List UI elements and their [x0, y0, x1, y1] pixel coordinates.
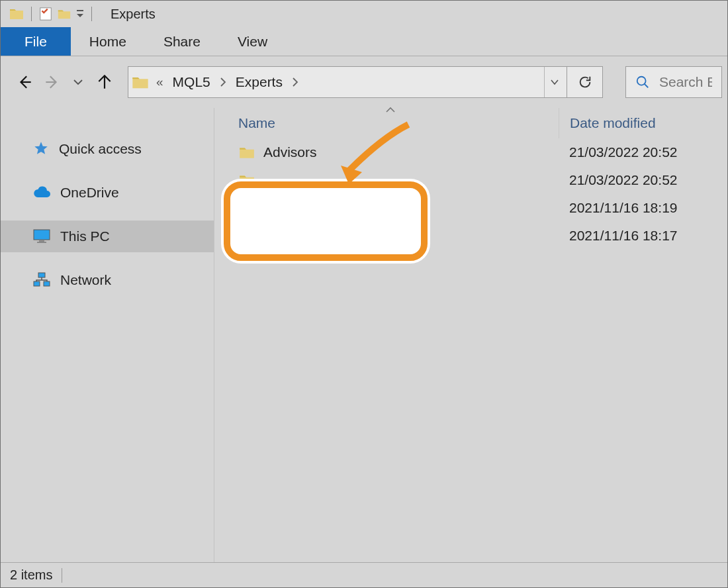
navigation-bar: « MQL5 Experts — [1, 56, 727, 108]
svg-rect-3 — [34, 230, 50, 240]
svg-rect-7 — [34, 281, 40, 286]
folder-icon — [131, 73, 151, 91]
svg-rect-6 — [38, 273, 45, 277]
file-name: MetaQuotes.mp5 — [263, 228, 370, 244]
nav-quick-access[interactable]: Quick access — [1, 133, 214, 165]
properties-icon[interactable] — [38, 7, 53, 21]
ribbon: File Home Share View — [1, 27, 727, 56]
ex5-file-icon — [238, 199, 255, 217]
nav-this-pc[interactable]: This PC — [1, 220, 214, 252]
file-date: 2021/11/16 18:19 — [559, 200, 717, 216]
back-button[interactable] — [15, 72, 35, 92]
sort-indicator-icon — [385, 107, 396, 113]
divider — [62, 568, 62, 583]
svg-text:5: 5 — [244, 230, 249, 240]
file-list: Name Date modified Advisors 21/03/2022 2… — [214, 108, 727, 562]
tab-home[interactable]: Home — [71, 27, 145, 56]
qat-customize-icon[interactable] — [75, 7, 85, 21]
nav-item-label: Quick access — [59, 141, 142, 157]
svg-rect-0 — [40, 8, 52, 20]
refresh-button[interactable] — [567, 66, 603, 98]
navigation-pane: Quick access OneDrive This PC — [1, 108, 214, 562]
network-icon — [32, 272, 51, 288]
chevron-right-icon[interactable] — [288, 77, 302, 87]
star-icon — [32, 140, 50, 158]
svg-rect-8 — [44, 281, 50, 286]
column-headers: Name Date modified — [214, 108, 727, 138]
svg-rect-5 — [37, 242, 46, 243]
content-area: Quick access OneDrive This PC — [1, 108, 727, 562]
search-box[interactable] — [625, 66, 722, 98]
nav-network[interactable]: Network — [1, 264, 214, 296]
nav-item-label: This PC — [60, 228, 110, 244]
file-name: Advisors — [263, 144, 317, 160]
col-header-date[interactable]: Date modified — [559, 108, 717, 138]
list-item[interactable]: Advisors 21/03/2022 20:52 — [214, 138, 727, 166]
svg-point-2 — [637, 77, 646, 85]
breadcrumb-overflow[interactable]: « — [152, 67, 167, 97]
file-date: 21/03/2022 20:52 — [559, 144, 717, 160]
explorer-window: Experts File Home Share View « MQL5 — [0, 0, 728, 588]
list-item[interactable]: MetaQuotes.ex5 2021/11/16 18:19 — [214, 194, 727, 222]
new-folder-icon[interactable] — [57, 7, 71, 21]
tab-file[interactable]: File — [1, 27, 71, 56]
nav-item-label: OneDrive — [60, 185, 119, 201]
file-date: 21/03/2022 20:52 — [559, 172, 717, 188]
list-item[interactable]: 21/03/2022 20:52 — [214, 166, 727, 194]
address-history-dropdown[interactable] — [544, 67, 564, 97]
divider — [31, 7, 32, 21]
folder-icon — [238, 144, 255, 161]
nav-item-label: Network — [60, 272, 111, 288]
file-name: MetaQuotes.ex5 — [263, 200, 365, 216]
search-icon — [635, 75, 650, 89]
list-item[interactable]: 5 MetaQuotes.mp5 2021/11/16 18:17 — [214, 222, 727, 250]
monitor-icon — [32, 228, 51, 244]
nav-onedrive[interactable]: OneDrive — [1, 177, 214, 209]
status-bar: 2 items — [1, 562, 727, 587]
mp5-file-icon: 5 — [238, 227, 255, 244]
quick-access-toolbar — [9, 6, 95, 22]
titlebar: Experts — [1, 1, 727, 27]
svg-rect-4 — [39, 240, 44, 242]
chevron-right-icon[interactable] — [216, 77, 230, 87]
forward-button[interactable] — [42, 72, 62, 92]
status-item-count: 2 items — [10, 567, 52, 583]
svg-rect-1 — [77, 10, 83, 11]
up-button[interactable] — [95, 72, 114, 92]
breadcrumb-seg-mql5[interactable]: MQL5 — [169, 67, 214, 97]
search-input[interactable] — [659, 74, 712, 90]
recent-locations-dropdown[interactable] — [68, 72, 88, 92]
folder-icon — [9, 6, 24, 22]
breadcrumb-seg-experts[interactable]: Experts — [232, 67, 287, 97]
cloud-icon — [32, 185, 51, 200]
file-date: 2021/11/16 18:17 — [559, 228, 717, 244]
window-title: Experts — [111, 7, 156, 22]
folder-icon — [238, 172, 255, 189]
col-header-name[interactable]: Name — [214, 115, 559, 131]
tab-view[interactable]: View — [219, 27, 286, 56]
tab-share[interactable]: Share — [145, 27, 219, 56]
divider — [91, 7, 92, 21]
address-bar[interactable]: « MQL5 Experts — [128, 66, 567, 98]
svg-rect-10 — [240, 211, 254, 215]
